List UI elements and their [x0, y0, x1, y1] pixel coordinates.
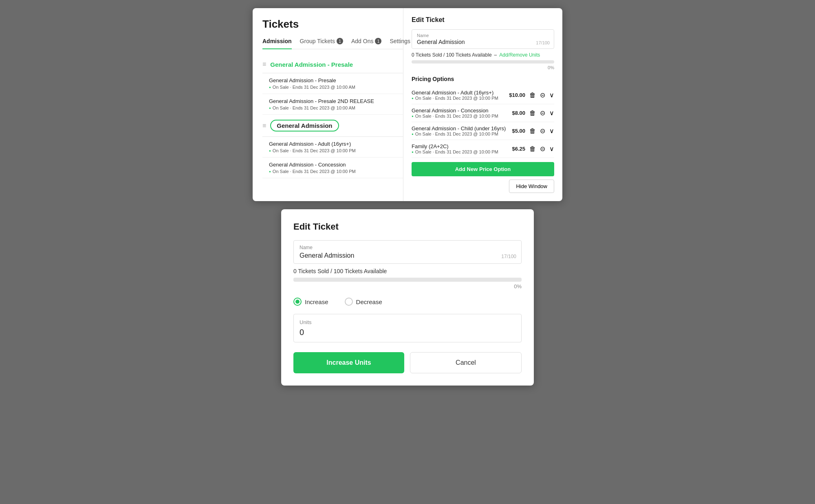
ticket-meta: ● On Sale · Ends 31 Dec 2023 @ 10:00 AM [269, 85, 403, 90]
tab-add-ons[interactable]: Add Ons 1 [351, 38, 381, 49]
delete-icon[interactable]: 🗑 [529, 92, 536, 99]
ticket-group-general-admission: ≡ General Admission General Admission - … [262, 115, 403, 178]
settings-icon[interactable]: ⊝ [540, 109, 545, 117]
progress-bar [412, 60, 554, 64]
status-dot: ● [269, 106, 271, 110]
bottom-panel: Edit Ticket Name General Admission 17/10… [281, 209, 534, 386]
edit-ticket-heading: Edit Ticket [412, 16, 554, 24]
settings-icon[interactable]: ⊝ [540, 91, 545, 99]
tab-group-tickets[interactable]: Group Tickets 1 [300, 38, 343, 49]
list-item[interactable]: General Admission - Presale 2ND RELEASE … [262, 94, 403, 115]
status-dot: ● [269, 149, 271, 153]
bottom-progress-percent: 0% [293, 283, 522, 289]
ticket-meta: ● On Sale · Ends 31 Dec 2023 @ 10:00 PM [269, 169, 403, 174]
tabs-bar: Admission Group Tickets 1 Add Ons 1 Sett… [262, 38, 403, 49]
drag-handle-icon: ≡ [262, 61, 266, 68]
chevron-down-icon[interactable]: ∨ [549, 145, 554, 153]
drag-handle-icon: ≡ [262, 122, 266, 129]
po-name: General Admission - Child (under 16yrs) [412, 125, 506, 131]
bottom-actions: Increase Units Cancel [293, 352, 522, 373]
left-side: Tickets Admission Group Tickets 1 Add On… [253, 8, 403, 201]
list-item[interactable]: General Admission - Adult (16yrs+) ● On … [262, 137, 403, 158]
name-field-value: General Admission [417, 39, 549, 45]
units-field[interactable]: Units 0 [293, 314, 522, 342]
po-name: General Admission - Concession [412, 107, 498, 114]
po-meta: ● On Sale · Ends 31 Dec 2023 @ 10:00 PM [412, 96, 498, 101]
ticket-name: General Admission - Presale [269, 77, 403, 83]
bottom-name-label: Name [300, 245, 515, 250]
increase-units-button[interactable]: Increase Units [293, 352, 404, 373]
ticket-name: General Admission - Concession [269, 162, 403, 168]
bottom-char-count: 17/100 [501, 254, 516, 259]
name-field-label: Name [417, 33, 549, 38]
status-dot: ● [412, 96, 414, 100]
page-title: Tickets [262, 18, 403, 31]
po-meta: ● On Sale · Ends 31 Dec 2023 @ 10:00 PM [412, 149, 498, 154]
group-tickets-badge: 1 [337, 38, 343, 44]
price-option-family: Family (2A+2C) ● On Sale · Ends 31 Dec 2… [412, 140, 554, 158]
presale-group-name: General Admission - Presale [270, 61, 353, 68]
cancel-button[interactable]: Cancel [410, 352, 522, 373]
po-price: $10.00 [509, 92, 525, 98]
bottom-tickets-sold: 0 Tickets Sold / 100 Tickets Available [293, 268, 522, 274]
progress-percent: 0% [412, 65, 554, 70]
delete-icon[interactable]: 🗑 [529, 127, 536, 135]
list-item[interactable]: General Admission - Presale ● On Sale · … [262, 73, 403, 94]
ticket-meta: ● On Sale · Ends 31 Dec 2023 @ 10:00 PM [269, 148, 403, 153]
radio-circle-increase[interactable] [293, 298, 302, 306]
radio-increase[interactable]: Increase [293, 298, 328, 306]
status-dot: ● [269, 170, 271, 173]
po-meta: ● On Sale · Ends 31 Dec 2023 @ 10:00 PM [412, 131, 506, 136]
po-name: Family (2A+2C) [412, 143, 498, 149]
pricing-options-title: Pricing Options [412, 76, 554, 82]
chevron-down-icon[interactable]: ∨ [549, 109, 554, 117]
settings-icon[interactable]: ⊝ [540, 145, 545, 153]
price-option-adult: General Admission - Adult (16yrs+) ● On … [412, 86, 554, 104]
chevron-down-icon[interactable]: ∨ [549, 127, 554, 135]
status-dot: ● [269, 85, 271, 89]
po-price: $6.25 [512, 146, 525, 152]
settings-icon[interactable]: ⊝ [540, 127, 545, 135]
right-side: Edit Ticket Name General Admission 17/10… [403, 8, 562, 201]
tab-admission[interactable]: Admission [262, 38, 292, 49]
units-value: 0 [300, 328, 515, 337]
radio-group: Increase Decrease [293, 298, 522, 306]
status-dot: ● [412, 150, 414, 154]
ga-group-name[interactable]: General Admission [270, 120, 339, 131]
delete-icon[interactable]: 🗑 [529, 110, 536, 117]
top-panel: Tickets Admission Group Tickets 1 Add On… [253, 8, 562, 201]
add-remove-units-link[interactable]: Add/Remove Units [499, 52, 540, 58]
name-field-group[interactable]: Name General Admission 17/100 [412, 29, 554, 49]
price-option-child: General Admission - Child (under 16yrs) … [412, 122, 554, 140]
units-label: Units [300, 319, 515, 325]
ticket-meta: ● On Sale · Ends 31 Dec 2023 @ 10:00 AM [269, 105, 403, 110]
radio-circle-decrease[interactable] [345, 298, 353, 306]
ticket-name: General Admission - Adult (16yrs+) [269, 141, 403, 147]
bottom-edit-ticket-heading: Edit Ticket [293, 221, 522, 232]
po-price: $8.00 [512, 110, 525, 116]
tickets-sold-row: 0 Tickets Sold / 100 Tickets Available –… [412, 52, 554, 58]
bottom-name-value: General Admission [300, 252, 515, 259]
po-price: $5.00 [512, 128, 525, 134]
po-name: General Admission - Adult (16yrs+) [412, 90, 498, 96]
hide-window-button[interactable]: Hide Window [509, 180, 554, 193]
bottom-name-field-group[interactable]: Name General Admission 17/100 [293, 240, 522, 264]
ticket-group-presale: ≡ General Admission - Presale General Ad… [262, 56, 403, 115]
ga-group-header: ≡ General Admission [262, 115, 403, 137]
chevron-down-icon[interactable]: ∨ [549, 91, 554, 99]
presale-group-header: ≡ General Admission - Presale [262, 56, 403, 73]
delete-icon[interactable]: 🗑 [529, 145, 536, 153]
bottom-progress-bar [293, 278, 522, 282]
list-item[interactable]: General Admission - Concession ● On Sale… [262, 158, 403, 178]
char-count: 17/100 [536, 40, 550, 45]
po-meta: ● On Sale · Ends 31 Dec 2023 @ 10:00 PM [412, 114, 498, 118]
status-dot: ● [412, 114, 414, 118]
add-ons-badge: 1 [375, 38, 381, 44]
price-option-concession: General Admission - Concession ● On Sale… [412, 104, 554, 122]
ticket-name: General Admission - Presale 2ND RELEASE [269, 98, 403, 104]
radio-decrease[interactable]: Decrease [345, 298, 382, 306]
add-new-price-option-button[interactable]: Add New Price Option [412, 162, 554, 176]
status-dot: ● [412, 132, 414, 136]
